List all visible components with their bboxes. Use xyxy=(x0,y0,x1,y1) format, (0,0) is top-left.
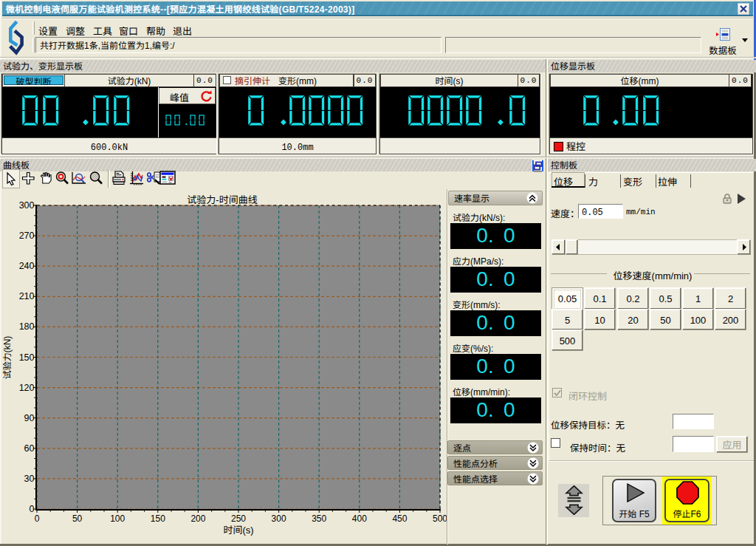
svg-text:270: 270 xyxy=(19,231,35,241)
svg-text:试验力-时间曲线: 试验力-时间曲线 xyxy=(187,192,257,206)
svg-text:350: 350 xyxy=(312,513,326,524)
svg-text:200: 200 xyxy=(190,513,205,524)
svg-text:试验力(kN): 试验力(kN) xyxy=(0,336,13,380)
svg-text:240: 240 xyxy=(19,261,35,271)
svg-text:180: 180 xyxy=(19,321,35,332)
svg-text:50: 50 xyxy=(72,513,83,524)
svg-text:30: 30 xyxy=(24,474,35,484)
svg-text:300: 300 xyxy=(19,200,35,211)
svg-text:150: 150 xyxy=(19,352,35,363)
svg-text:400: 400 xyxy=(352,513,367,524)
svg-text:210: 210 xyxy=(19,291,35,301)
svg-text:500: 500 xyxy=(433,513,447,524)
svg-text:时间(s): 时间(s) xyxy=(223,522,253,536)
svg-text:300: 300 xyxy=(272,513,286,524)
svg-text:0: 0 xyxy=(35,513,40,524)
svg-text:150: 150 xyxy=(151,513,165,524)
svg-text:90: 90 xyxy=(24,413,35,423)
svg-text:60: 60 xyxy=(24,443,35,454)
svg-text:450: 450 xyxy=(392,513,407,524)
svg-text:100: 100 xyxy=(110,513,125,524)
svg-text:120: 120 xyxy=(19,383,35,393)
